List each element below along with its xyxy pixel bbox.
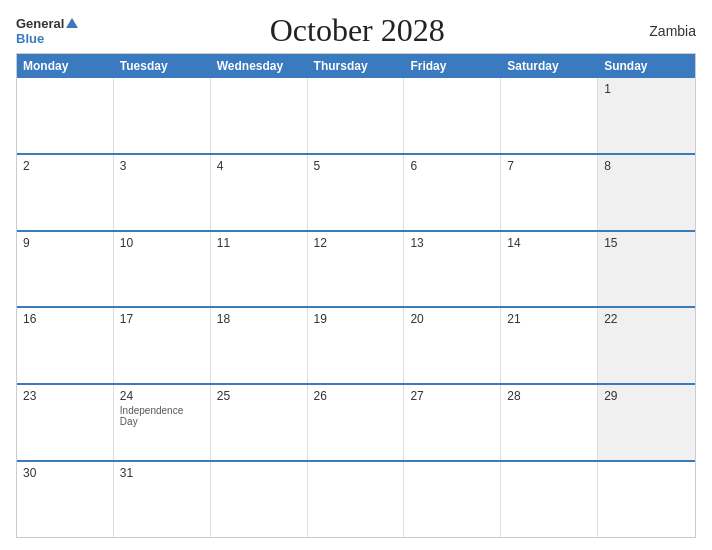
- cal-cell-10: 10: [114, 232, 211, 307]
- cal-cell-23: 23: [17, 385, 114, 460]
- calendar-week-2: 2345678: [17, 153, 695, 230]
- cal-cell-2: 2: [17, 155, 114, 230]
- calendar-header: MondayTuesdayWednesdayThursdayFridaySatu…: [17, 54, 695, 78]
- day-number: 25: [217, 389, 301, 403]
- header: General Blue October 2028 Zambia: [16, 12, 696, 49]
- day-number: 15: [604, 236, 689, 250]
- cal-cell-18: 18: [211, 308, 308, 383]
- day-number: 12: [314, 236, 398, 250]
- day-number: 8: [604, 159, 689, 173]
- cal-cell-15: 15: [598, 232, 695, 307]
- cal-cell-4: 4: [211, 155, 308, 230]
- day-number: 28: [507, 389, 591, 403]
- cal-cell-5: 5: [308, 155, 405, 230]
- cal-cell-empty: [404, 462, 501, 537]
- day-number: 21: [507, 312, 591, 326]
- cal-cell-31: 31: [114, 462, 211, 537]
- title-area: October 2028: [78, 12, 636, 49]
- logo-blue-text: Blue: [16, 31, 44, 46]
- cal-cell-empty: [501, 78, 598, 153]
- cal-cell-11: 11: [211, 232, 308, 307]
- cal-cell-6: 6: [404, 155, 501, 230]
- cal-cell-9: 9: [17, 232, 114, 307]
- calendar-grid: MondayTuesdayWednesdayThursdayFridaySatu…: [16, 53, 696, 538]
- header-day-saturday: Saturday: [501, 54, 598, 78]
- day-number: 31: [120, 466, 204, 480]
- cal-cell-25: 25: [211, 385, 308, 460]
- day-number: 27: [410, 389, 494, 403]
- country-label: Zambia: [636, 23, 696, 39]
- header-day-wednesday: Wednesday: [211, 54, 308, 78]
- calendar-week-3: 9101112131415: [17, 230, 695, 307]
- cal-cell-14: 14: [501, 232, 598, 307]
- day-number: 16: [23, 312, 107, 326]
- header-day-monday: Monday: [17, 54, 114, 78]
- cal-cell-empty: [501, 462, 598, 537]
- day-number: 2: [23, 159, 107, 173]
- cal-cell-13: 13: [404, 232, 501, 307]
- day-number: 7: [507, 159, 591, 173]
- cal-cell-empty: [404, 78, 501, 153]
- cal-cell-empty: [308, 78, 405, 153]
- cal-cell-empty: [211, 462, 308, 537]
- header-day-sunday: Sunday: [598, 54, 695, 78]
- cal-cell-empty: [308, 462, 405, 537]
- cal-cell-19: 19: [308, 308, 405, 383]
- day-number: 19: [314, 312, 398, 326]
- event-label: Independence Day: [120, 405, 204, 427]
- logo-triangle-icon: [66, 18, 78, 28]
- day-number: 11: [217, 236, 301, 250]
- cal-cell-empty: [114, 78, 211, 153]
- day-number: 9: [23, 236, 107, 250]
- cal-cell-empty: [598, 462, 695, 537]
- day-number: 13: [410, 236, 494, 250]
- cal-cell-26: 26: [308, 385, 405, 460]
- calendar-week-5: 2324Independence Day2526272829: [17, 383, 695, 460]
- day-number: 5: [314, 159, 398, 173]
- day-number: 22: [604, 312, 689, 326]
- day-number: 4: [217, 159, 301, 173]
- cal-cell-20: 20: [404, 308, 501, 383]
- cal-cell-12: 12: [308, 232, 405, 307]
- day-number: 26: [314, 389, 398, 403]
- logo: General Blue: [16, 16, 78, 46]
- day-number: 18: [217, 312, 301, 326]
- month-title: October 2028: [270, 12, 445, 48]
- cal-cell-21: 21: [501, 308, 598, 383]
- day-number: 14: [507, 236, 591, 250]
- cal-cell-24: 24Independence Day: [114, 385, 211, 460]
- cal-cell-28: 28: [501, 385, 598, 460]
- day-number: 3: [120, 159, 204, 173]
- cal-cell-17: 17: [114, 308, 211, 383]
- cal-cell-22: 22: [598, 308, 695, 383]
- cal-cell-7: 7: [501, 155, 598, 230]
- calendar-body: 123456789101112131415161718192021222324I…: [17, 78, 695, 537]
- day-number: 29: [604, 389, 689, 403]
- day-number: 17: [120, 312, 204, 326]
- day-number: 1: [604, 82, 689, 96]
- cal-cell-29: 29: [598, 385, 695, 460]
- cal-cell-30: 30: [17, 462, 114, 537]
- calendar-week-4: 16171819202122: [17, 306, 695, 383]
- day-number: 24: [120, 389, 204, 403]
- header-day-friday: Friday: [404, 54, 501, 78]
- header-day-tuesday: Tuesday: [114, 54, 211, 78]
- logo-general-text: General: [16, 16, 64, 31]
- cal-cell-27: 27: [404, 385, 501, 460]
- day-number: 20: [410, 312, 494, 326]
- day-number: 30: [23, 466, 107, 480]
- day-number: 23: [23, 389, 107, 403]
- day-number: 10: [120, 236, 204, 250]
- cal-cell-1: 1: [598, 78, 695, 153]
- cal-cell-empty: [211, 78, 308, 153]
- cal-cell-empty: [17, 78, 114, 153]
- calendar-page: General Blue October 2028 Zambia MondayT…: [0, 0, 712, 550]
- cal-cell-3: 3: [114, 155, 211, 230]
- cal-cell-8: 8: [598, 155, 695, 230]
- header-day-thursday: Thursday: [308, 54, 405, 78]
- day-number: 6: [410, 159, 494, 173]
- calendar-week-6: 3031: [17, 460, 695, 537]
- cal-cell-16: 16: [17, 308, 114, 383]
- calendar-week-1: 1: [17, 78, 695, 153]
